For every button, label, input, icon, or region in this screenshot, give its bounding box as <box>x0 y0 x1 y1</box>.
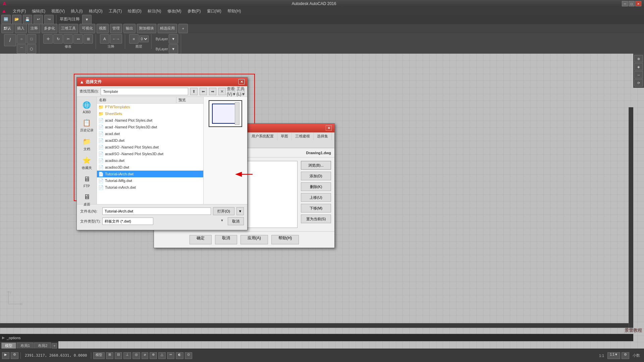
copy-tool[interactable]: ⊞ <box>84 34 93 44</box>
tab-3dtools[interactable]: 三维工具 <box>59 24 78 33</box>
open-btn[interactable]: 📂 <box>12 15 21 24</box>
dim-tool[interactable]: ←→ <box>110 34 122 44</box>
menu-tools[interactable]: 工具(T) <box>106 8 124 15</box>
rotate-tool[interactable]: ↻ <box>53 34 63 44</box>
file-sheetsets[interactable]: 📁 SheetSets <box>97 110 203 117</box>
arc-tool[interactable]: ⌒ <box>17 44 26 54</box>
move-down-btn[interactable]: 下移(M) <box>301 204 331 213</box>
tab-annotation[interactable]: 注释 <box>28 24 40 33</box>
cancel-file-btn[interactable]: 取消 <box>228 217 244 225</box>
canvas-area[interactable]: X Y ▲ 选项 ✕ 文件 显示 打开和保存 打印和发布 系统 用户系统配置 草… <box>0 54 644 349</box>
otrack-btn[interactable]: ⊛ <box>150 352 157 359</box>
layer-mgr[interactable]: ≡ <box>129 34 139 44</box>
vtool-1[interactable]: ⊕ <box>634 55 643 62</box>
sidebar-history[interactable]: 📋 历史记录 <box>78 117 95 134</box>
file-acad3d[interactable]: 📄 acad3D.dwt <box>97 137 203 144</box>
grid-btn[interactable]: ⊞ <box>106 352 113 359</box>
filename-input[interactable] <box>102 207 211 215</box>
tab-view[interactable]: 视图 <box>97 24 109 33</box>
undo-btn[interactable]: ↩ <box>34 15 43 24</box>
redo-btn[interactable]: ↪ <box>44 15 54 24</box>
model-btn[interactable]: 模型 <box>93 352 105 359</box>
status-options-btn[interactable]: ⚙ <box>11 352 18 359</box>
menu-draw[interactable]: 绘图(D) <box>125 8 144 15</box>
file-tutorial-iarch[interactable]: 📄 Tutorial-iArch.dwt <box>97 171 203 177</box>
browse-btn[interactable]: 浏览(B)... <box>301 161 331 170</box>
text-tool[interactable]: A <box>100 34 109 44</box>
sidebar-favorites[interactable]: ⭐ 收藏夹 <box>78 154 95 172</box>
workspace-dropdown[interactable]: ▼ <box>82 15 92 24</box>
tab-output[interactable]: 输出 <box>123 24 136 33</box>
cancel-btn[interactable]: 取消 <box>215 235 237 244</box>
layout-tab-1[interactable]: 布局1 <box>17 343 34 349</box>
ok-btn[interactable]: 确定 <box>190 235 212 244</box>
nav-forward-btn[interactable]: ➡ <box>209 88 216 95</box>
transparency-btn[interactable]: ◐ <box>176 352 183 359</box>
sidebar-ftp[interactable]: 🖥 FTP <box>78 173 95 189</box>
file-acad-named[interactable]: 📄 acad -Named Plot Styles.dwt <box>97 117 203 124</box>
osnap-btn[interactable]: ⌀ <box>142 352 148 359</box>
ducs-btn[interactable]: △ <box>158 352 166 359</box>
nav-back-btn[interactable]: ⬅ <box>200 88 207 95</box>
tab-parametric[interactable]: 多参化 <box>42 24 57 33</box>
menu-help[interactable]: 帮助(H) <box>225 8 244 15</box>
menu-format[interactable]: 格式(O) <box>86 8 105 15</box>
options-close-btn[interactable]: ✕ <box>326 125 332 131</box>
layout-tab-add[interactable]: + <box>52 343 57 349</box>
filetype-input[interactable] <box>102 218 153 225</box>
cmd-input[interactable] <box>7 336 631 340</box>
nav-up-btn[interactable]: ⬆ <box>190 88 198 95</box>
tab-more[interactable]: + <box>178 24 188 33</box>
qprops-btn[interactable]: ⊙ <box>185 352 192 359</box>
help-btn[interactable]: 帮助(H) <box>271 235 299 244</box>
opt-tab-3d[interactable]: 三维建模 <box>292 132 314 140</box>
tools-menu-btn[interactable]: 工具(L)▼ <box>237 88 245 95</box>
open-file-btn[interactable]: 打开(O) <box>213 207 234 215</box>
opt-tab-selection[interactable]: 选择集 <box>314 132 332 140</box>
tab-visualize[interactable]: 可视化 <box>79 24 95 33</box>
menu-view[interactable]: 视图(V) <box>49 8 67 15</box>
move-tool[interactable]: ✛ <box>43 34 53 44</box>
menu-dimension[interactable]: 标注(N) <box>145 8 164 15</box>
tab-featured[interactable]: 精选应用 <box>158 24 177 33</box>
file-tutorial-march[interactable]: 📄 Tutorial-mArch.dwt <box>97 184 203 191</box>
line-tool[interactable]: / <box>4 34 16 46</box>
nav-delete-btn[interactable]: ✕ <box>218 88 226 95</box>
add-btn[interactable]: 添加(D) <box>301 172 331 180</box>
tab-default[interactable]: 默认 <box>1 24 13 33</box>
menu-file[interactable]: 文件(F) <box>10 8 29 15</box>
save-btn[interactable]: 💾 <box>23 15 32 24</box>
view-menu-btn[interactable]: 查看(V)▼ <box>228 88 235 95</box>
layout-tab-2[interactable]: 布局2 <box>34 343 51 349</box>
trim-tool[interactable]: ✂ <box>63 34 73 44</box>
vertical-scrollbar[interactable] <box>629 107 633 328</box>
file-acadiso3d[interactable]: 📄 acadiso3D.dwt <box>97 164 203 171</box>
sidebar-desktop[interactable]: 🖥 桌面 <box>78 191 95 208</box>
close-btn[interactable]: ✕ <box>635 1 641 6</box>
remove-btn[interactable]: 删除(K) <box>301 182 331 191</box>
sidebar-a360[interactable]: 🌐 A360 <box>78 99 95 115</box>
layer-select[interactable]: 0 <box>139 36 149 42</box>
layout-tab-model[interactable]: 模型 <box>1 343 16 349</box>
snap-btn[interactable]: ⊟ <box>115 352 122 359</box>
apply-btn[interactable]: 应用(A) <box>240 235 268 244</box>
bylayer-dropdown2[interactable]: ▼ <box>169 44 178 54</box>
set-current-btn[interactable]: 置为当前(S) <box>301 215 331 223</box>
opt-tab-user[interactable]: 用户系统配置 <box>248 132 277 140</box>
tab-addons[interactable]: 附加模块 <box>137 24 156 33</box>
bylayer-dropdown[interactable]: ▼ <box>169 34 178 44</box>
new-btn[interactable]: 🆕 <box>1 15 11 24</box>
path-input[interactable] <box>101 88 188 95</box>
lineweight-btn[interactable]: ═ <box>167 352 174 359</box>
menu-window[interactable]: 窗口(W) <box>204 8 224 15</box>
open-dropdown-btn[interactable]: ▼ <box>236 207 244 215</box>
menu-params[interactable]: 参数(P) <box>185 8 204 15</box>
sidebar-docs[interactable]: 📁 文档 <box>78 135 95 153</box>
annotation-scale-btn[interactable]: 1:1▼ <box>607 352 620 359</box>
file-acadiso[interactable]: 📄 acadiso.dwt <box>97 157 203 164</box>
vtool-3[interactable]: ↔ <box>634 71 643 78</box>
file-dialog-close[interactable]: ✕ <box>238 79 245 84</box>
status-snap-btn[interactable]: ▶ <box>2 352 9 359</box>
ortho-btn[interactable]: ⊥ <box>123 352 131 359</box>
menu-modify[interactable]: 修改(M) <box>165 8 184 15</box>
